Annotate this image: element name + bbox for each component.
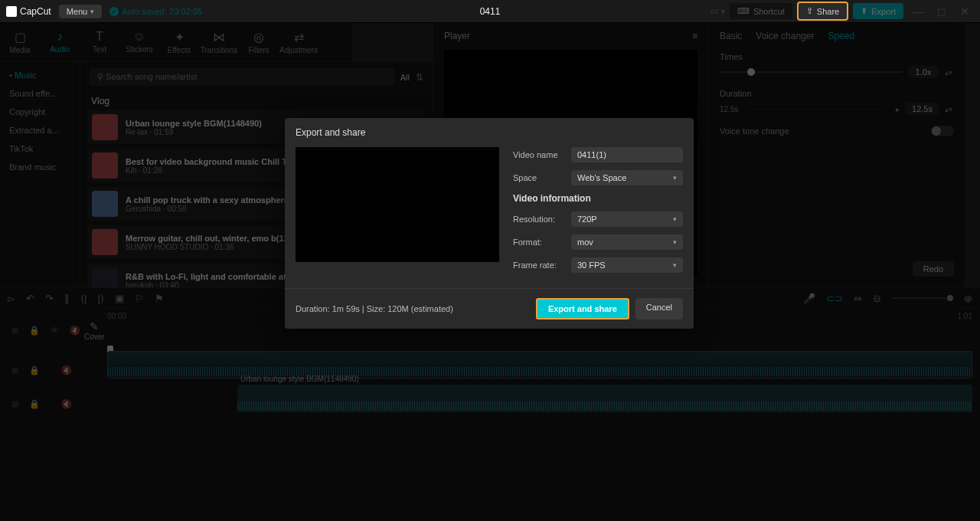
export-preview [296,147,499,262]
framerate-select[interactable]: 30 FPS▾ [571,257,683,273]
timeline[interactable]: 00:00 1:01 ✎Cover ⊞🔒👁🔇 ⊞🔒🔇 ⊞🔒🔇 Urban lou… [0,309,980,521]
trim-right-icon[interactable]: |⟩ [97,293,103,304]
cover-button[interactable]: ✎Cover [84,320,105,341]
media-tab-transitions[interactable]: ⋈Transitions [199,27,239,57]
tone-label: Voice tone change [720,126,789,136]
text-icon: T [80,30,119,44]
trim-left-icon[interactable]: ⟨| [80,293,87,304]
filter-all[interactable]: All [400,73,410,82]
crop-icon[interactable]: ▣ [115,293,124,304]
logo-icon [6,6,17,17]
track-thumbnail [92,114,118,140]
category-music[interactable]: Music [0,66,80,84]
flag-icon[interactable]: ⚑ [155,293,164,304]
video-track[interactable] [107,351,972,378]
media-tab-text[interactable]: TText [80,27,119,57]
format-select[interactable]: mov▾ [571,234,683,250]
align-icon[interactable]: ⇔ [854,293,862,304]
app-logo: CapCut [6,6,51,17]
media-tab-adjustment[interactable]: ⇄Adjustment [279,27,318,57]
audio-track[interactable]: Urban lounge style BGM(1148490) [237,385,972,412]
redo-button[interactable]: Redo [913,261,954,277]
audio-track-label: Urban lounge style BGM(1148490) [240,375,359,383]
inspector-tab-basic[interactable]: Basic [720,31,742,41]
track-thumbnail [92,229,118,255]
category-extracted-a-[interactable]: Extracted a... [0,121,80,139]
maximize-button[interactable]: ◻ [933,5,951,18]
menu-button[interactable]: Menu ▾ [59,5,103,18]
search-input[interactable]: ⚲ Search song name/artist [90,68,394,86]
link-icon[interactable]: ⊂⊃ [826,293,843,304]
track-controls-1[interactable]: ⊞🔒👁🔇 [11,326,80,336]
duration-label: Duration [720,89,954,98]
track-controls-3[interactable]: ⊞🔒🔇 [11,399,72,409]
pointer-tool-icon[interactable]: ▻ [8,293,15,304]
export-button[interactable]: ⬆ Export [853,3,903,19]
mic-icon[interactable]: 🎤 [803,293,815,304]
dialog-title: Export and share [285,118,694,147]
space-select[interactable]: Web's Space▾ [571,170,683,185]
track-title: Urban lounge style BGM(1148490) [126,119,262,128]
track-meta: harukoh · 03:40 [126,281,293,288]
share-icon: ⇪ [806,6,813,16]
inspector-tab-voice-changer[interactable]: Voice changer [756,31,814,41]
pencil-icon: ✎ [84,320,105,333]
media-tab-effects[interactable]: ✦Effects [159,27,199,57]
media-tab-filters[interactable]: ◎Filters [239,27,279,57]
export-and-share-button[interactable]: Export and share [536,298,629,319]
transitions-icon: ⋈ [199,30,239,44]
search-icon: ⚲ [97,72,106,81]
top-bar: CapCut Menu ▾ ✓ Auto saved: 23:02:05 041… [0,0,980,23]
share-button[interactable]: ⇪ Share [797,2,848,21]
check-icon: ✓ [109,7,119,16]
autosaved-status: ✓ Auto saved: 23:02:05 [109,7,202,16]
category-brand-music[interactable]: Brand music [0,158,80,176]
tone-toggle[interactable] [931,126,954,136]
audio-icon: ♪ [40,30,80,44]
track-title: Best for video background music Chill Tr… [126,157,299,166]
export-share-dialog: Export and share Video name 0411(1) Spac… [285,118,694,329]
media-tab-stickers[interactable]: ☺Stickers [119,27,159,57]
track-controls-2[interactable]: ⊞🔒🔇 [11,365,72,375]
times-slider[interactable] [720,71,902,73]
chevron-down-icon: ▾ [90,8,94,15]
ruler-end: 1:01 [958,312,972,320]
ruler-start: 00:00 [107,312,126,320]
duration-value[interactable]: 12.5s [906,103,939,115]
split-icon[interactable]: ∥ [64,293,70,304]
inspector-tabs: BasicVoice changerSpeed [720,31,954,41]
media-tab-media[interactable]: ▢Media [0,27,40,57]
space-label: Space [513,173,571,182]
shortcut-button[interactable]: ⌨ Shortcut [730,3,792,19]
media-tab-audio[interactable]: ♪Audio [40,27,80,57]
track-title: Merrow guitar, chill out, winter, emo b(… [126,234,293,243]
effects-icon: ✦ [159,30,199,44]
undo-icon[interactable]: ↶ [26,293,34,304]
resolution-select[interactable]: 720P▾ [571,211,683,227]
track-meta: Gerushida · 00:58 [126,205,295,213]
keyboard-icon: ⌨ [737,6,750,16]
duration-stepper[interactable]: ▴▾ [945,105,954,113]
framerate-label: Frame rate: [513,260,571,270]
category-sound-effe-[interactable]: Sound effe... [0,84,80,103]
cancel-button[interactable]: Cancel [635,298,683,319]
aspect-ratio-button[interactable]: ▭ ▾ [710,6,725,16]
category-tiktok[interactable]: TikTok [0,139,80,158]
adjustment-icon: ⇄ [279,30,318,44]
stickers-icon: ☺ [119,30,159,44]
category-copyright[interactable]: Copyright [0,103,80,121]
zoom-in-icon[interactable]: ⊕ [964,293,972,304]
minimize-button[interactable]: — [908,5,928,18]
track-meta: SUNNY HOOD STUDIO · 01:36 [126,243,293,251]
video-name-input[interactable]: 0411(1) [571,147,683,162]
player-menu-icon[interactable]: ≡ [692,31,697,41]
times-stepper[interactable]: ▴▾ [945,68,954,77]
redo-icon[interactable]: ↷ [45,293,54,304]
sort-icon[interactable]: ⇅ [416,72,423,83]
close-button[interactable]: ✕ [956,5,974,18]
times-value[interactable]: 1.0x [908,66,939,78]
marker-icon[interactable]: ⚐ [135,293,144,304]
zoom-out-icon[interactable]: ⊖ [873,293,881,304]
chevron-down-icon: ▾ [673,215,677,223]
inspector-tab-speed[interactable]: Speed [828,31,854,41]
